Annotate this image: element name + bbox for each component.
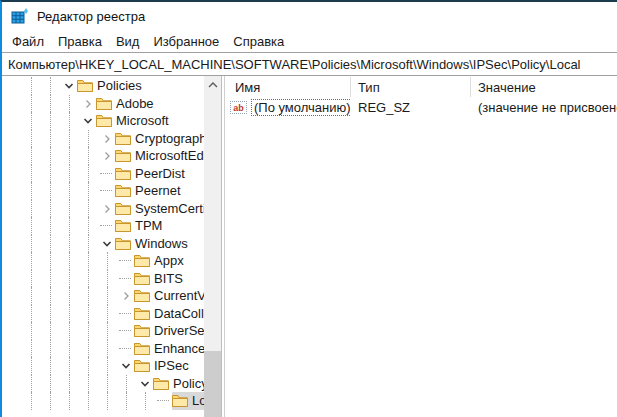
tree-item-enhancedst[interactable]: EnhancedSt bbox=[2, 340, 204, 358]
tree-guide-stub bbox=[100, 190, 112, 191]
tree-guide-line bbox=[31, 77, 32, 95]
chevron-down-icon[interactable] bbox=[137, 376, 153, 392]
chevron-right-icon[interactable] bbox=[80, 96, 96, 112]
tree-item-label: PeerDist bbox=[135, 166, 185, 181]
tree-item-label: DataCollect bbox=[154, 306, 204, 321]
tree-item-ipsec[interactable]: IPSec bbox=[2, 357, 204, 375]
tree-item-datacollect[interactable]: DataCollect bbox=[2, 305, 204, 323]
tree-item-peerdist[interactable]: PeerDist bbox=[2, 165, 204, 183]
chevron-down-icon[interactable] bbox=[118, 358, 134, 374]
tree-item-policies[interactable]: Policies bbox=[2, 77, 204, 95]
value-row[interactable]: ab(По умолчанию)REG_SZ(значение не присв… bbox=[225, 97, 617, 118]
column-header-type[interactable]: Тип bbox=[351, 77, 471, 97]
tree-guide-line bbox=[50, 130, 51, 148]
menu-view[interactable]: Вид bbox=[109, 32, 147, 51]
scroll-up-arrow[interactable] bbox=[204, 76, 221, 93]
tree-guide-stub bbox=[157, 400, 169, 401]
menu-file[interactable]: Файл bbox=[5, 32, 51, 51]
tree-item-appx[interactable]: Appx bbox=[2, 252, 204, 270]
menu-bar: ФайлПравкаВидИзбранноеСправка bbox=[2, 30, 617, 52]
tree-guide-line bbox=[88, 322, 89, 340]
tree-guide-line bbox=[50, 95, 51, 113]
tree-guide-line bbox=[31, 392, 32, 410]
tree-guide-line bbox=[50, 112, 51, 130]
tree-guide-line bbox=[69, 287, 70, 305]
tree-item-content: Appx bbox=[134, 252, 204, 270]
chevron-right-icon[interactable] bbox=[99, 131, 115, 147]
tree-item-label: BITS bbox=[154, 271, 183, 286]
tree-item-label: Windows bbox=[135, 236, 188, 251]
chevron-right-icon[interactable] bbox=[99, 148, 115, 164]
folder-icon bbox=[134, 307, 150, 320]
chevron-down-icon[interactable] bbox=[61, 78, 77, 94]
tree-item-label: CurrentVers bbox=[154, 288, 204, 303]
tree-item-content: TPM bbox=[115, 217, 204, 235]
tree-guide-line bbox=[31, 252, 32, 270]
tree-guide-stub bbox=[119, 278, 131, 279]
tree-item-label: Appx bbox=[154, 253, 184, 268]
address-path: Компьютер\HKEY_LOCAL_MACHINE\SOFTWARE\Po… bbox=[2, 57, 581, 72]
tree-guide-line bbox=[50, 340, 51, 358]
tree-guide-line bbox=[88, 200, 89, 218]
tree-guide-line bbox=[69, 200, 70, 218]
tree-guide-line bbox=[50, 252, 51, 270]
tree-guide-line bbox=[88, 252, 89, 270]
tree-guide-line bbox=[31, 235, 32, 253]
tree-guide-line bbox=[88, 305, 89, 323]
tree-item-currentvers[interactable]: CurrentVers bbox=[2, 287, 204, 305]
tree-item-driversearc[interactable]: DriverSearc bbox=[2, 322, 204, 340]
tree-item-content: Peernet bbox=[115, 182, 204, 200]
tree-item-content: Microsoft bbox=[96, 112, 204, 130]
folder-icon bbox=[134, 289, 150, 302]
tree-guide-line bbox=[31, 357, 32, 375]
tree-item-policy[interactable]: Policy bbox=[2, 375, 204, 393]
folder-icon bbox=[115, 219, 131, 232]
tree-item-tpm[interactable]: TPM bbox=[2, 217, 204, 235]
value-data: (значение не присвоено) bbox=[471, 100, 617, 115]
tree-pane: PoliciesAdobeMicrosoftCryptographyMicros… bbox=[2, 76, 222, 417]
tree-guide-line bbox=[69, 235, 70, 253]
tree-guide-line bbox=[88, 340, 89, 358]
tree-item-label: Microsoft bbox=[116, 113, 169, 128]
tree-item-bits[interactable]: BITS bbox=[2, 270, 204, 288]
tree-item-label: Adobe bbox=[116, 96, 154, 111]
tree-guide-line bbox=[50, 217, 51, 235]
tree-guide-line bbox=[88, 217, 89, 235]
tree-item-content: MicrosoftEdge bbox=[115, 147, 204, 165]
folder-icon bbox=[77, 79, 93, 92]
menu-help[interactable]: Справка bbox=[226, 32, 291, 51]
column-header-name[interactable]: Имя bbox=[225, 77, 351, 97]
values-pane: ИмяТипЗначение ab(По умолчанию)REG_SZ(зн… bbox=[224, 76, 617, 417]
tree-item-adobe[interactable]: Adobe bbox=[2, 95, 204, 113]
menu-edit[interactable]: Правка bbox=[51, 32, 109, 51]
tree-guide-line bbox=[31, 130, 32, 148]
tree-guide-line bbox=[50, 200, 51, 218]
tree-guide-line bbox=[69, 305, 70, 323]
tree-item-local[interactable]: Local bbox=[2, 392, 204, 410]
scroll-thumb[interactable] bbox=[204, 351, 221, 417]
tree-guide-line bbox=[69, 182, 70, 200]
address-bar[interactable]: Компьютер\HKEY_LOCAL_MACHINE\SOFTWARE\Po… bbox=[2, 52, 617, 76]
column-header-value[interactable]: Значение bbox=[471, 77, 617, 97]
tree-guide-line bbox=[50, 287, 51, 305]
tree-item-windows[interactable]: Windows bbox=[2, 235, 204, 253]
titlebar[interactable]: Редактор реестра bbox=[2, 2, 617, 30]
tree-item-content: EnhancedSt bbox=[134, 340, 204, 358]
tree-vertical-scrollbar[interactable] bbox=[204, 76, 221, 417]
menu-favorites[interactable]: Избранное bbox=[146, 32, 226, 51]
tree-item-microsoftedge[interactable]: MicrosoftEdge bbox=[2, 147, 204, 165]
tree-item-microsoft[interactable]: Microsoft bbox=[2, 112, 204, 130]
tree-guide-line bbox=[126, 375, 127, 393]
tree-guide-line bbox=[31, 147, 32, 165]
tree-item-peernet[interactable]: Peernet bbox=[2, 182, 204, 200]
tree-item-label: Peernet bbox=[135, 183, 181, 198]
chevron-down-icon[interactable] bbox=[80, 113, 96, 129]
tree-guide-line bbox=[88, 182, 89, 200]
chevron-right-icon[interactable] bbox=[99, 201, 115, 217]
tree-guide-stub bbox=[119, 330, 131, 331]
tree-item-systemcertific[interactable]: SystemCertific bbox=[2, 200, 204, 218]
tree-item-cryptography[interactable]: Cryptography bbox=[2, 130, 204, 148]
tree-guide-line bbox=[50, 270, 51, 288]
chevron-right-icon[interactable] bbox=[118, 288, 134, 304]
chevron-down-icon[interactable] bbox=[99, 236, 115, 252]
